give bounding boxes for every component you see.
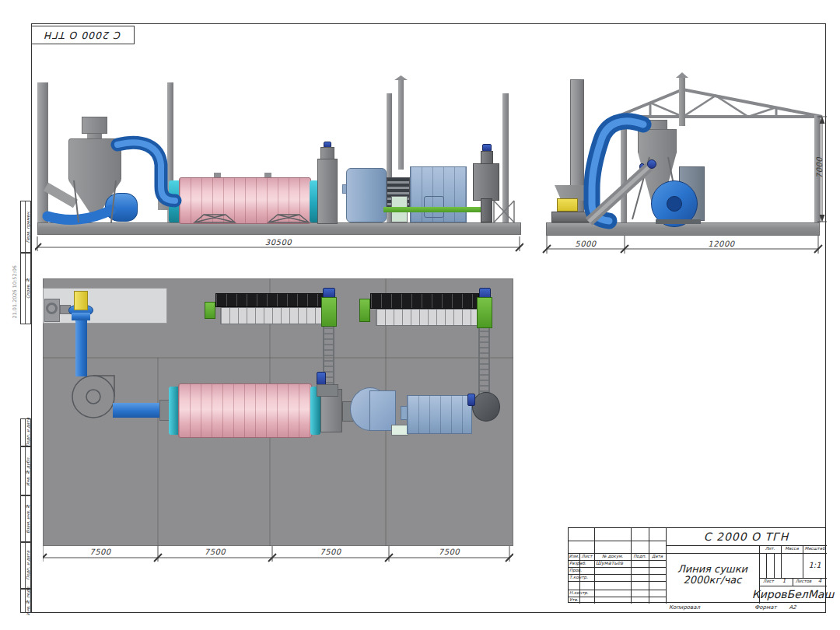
elevator-lower-cylinder <box>481 198 492 222</box>
margin-box-podp-data-1: Подп. и дата <box>20 418 31 446</box>
elevation-view: 30500 <box>35 70 523 258</box>
tb-listov-label: Листов <box>793 578 814 586</box>
furnace-tab <box>401 406 408 420</box>
return-duct-vertical <box>75 320 87 376</box>
tb-listov-value: 4 <box>814 578 826 586</box>
tb-rule <box>569 581 666 582</box>
tb-col-data: Дата <box>649 553 666 560</box>
plan-view <box>43 278 513 546</box>
tb-rule <box>774 553 775 578</box>
conveyor-b-head-box <box>477 297 492 328</box>
margin-label: Инв. № дубл. <box>26 457 30 486</box>
margin-label: Справ. № <box>26 278 30 299</box>
dim-label-7500-3: 7500 <box>272 548 389 556</box>
column-post <box>502 93 509 222</box>
dim-label-5000: 5000 <box>548 240 623 248</box>
kopiroval-label: Копировал <box>630 604 739 613</box>
heat-generator-plan <box>407 395 472 434</box>
building-column-left <box>621 115 627 222</box>
cyclone-airlock-fan <box>105 193 138 222</box>
column-post <box>37 82 48 222</box>
elevator-head-box <box>473 163 499 201</box>
rotary-drum-plan <box>178 383 312 438</box>
tb-row-razrab: Разраб. <box>569 560 594 567</box>
dim-label-7000: 7000 <box>815 151 824 185</box>
margin-label: Подп. и дата <box>26 418 30 446</box>
margin-box-podp-data-2: Подп. и дата <box>20 542 31 589</box>
margin-box-vzam-inv: Взам. инв. № <box>20 495 31 542</box>
discharge-head <box>317 159 338 224</box>
conveyor-a-head-box <box>321 297 337 327</box>
tb-massa-label: Масса <box>781 545 803 553</box>
tb-col-list: Лист <box>579 553 594 560</box>
conveyor-a-cover <box>215 293 329 307</box>
cyclone-valve <box>639 163 645 170</box>
tb-designation: С 2000 О ТГН <box>666 528 827 545</box>
duct-flange-square <box>72 313 90 320</box>
margin-label: Перв. примен. <box>26 211 30 243</box>
tb-rule <box>569 541 666 541</box>
margin-box-sprav-no: Справ. № <box>20 253 31 324</box>
margin-box-inv-dubl: Инв. № дубл. <box>20 446 31 495</box>
dim-label-30500: 30500 <box>37 238 520 247</box>
fan-base <box>656 219 701 224</box>
feeder-base <box>551 212 595 222</box>
cyclone-body <box>638 129 677 153</box>
tb-col-izm: Изм. <box>569 553 579 560</box>
dim-label-7500-2: 7500 <box>158 548 272 556</box>
fan-top-ring <box>46 303 58 314</box>
format-label: Формат <box>748 604 783 613</box>
tb-lit-label: Лит. <box>759 545 781 553</box>
feeder-yellow-box <box>557 198 578 212</box>
end-view: 7000 5000 12000 <box>541 72 830 260</box>
chimney-cap <box>394 75 408 80</box>
conveyor-a-trough <box>220 307 329 324</box>
rotary-drum <box>179 177 311 224</box>
cabinet-plan <box>391 425 408 436</box>
exhaust-fan-motor <box>467 394 475 406</box>
small-chimney-cap <box>676 72 688 78</box>
tb-company: КировБелМаш <box>759 586 827 604</box>
tb-masshtab-label: Масштаб <box>803 545 827 553</box>
margin-box-perv-primen: Перв. примен. <box>20 201 31 253</box>
dim-label-7500-4: 7500 <box>389 548 509 556</box>
tb-list-label: Лист <box>760 578 777 586</box>
conveyor-b-tail-drive <box>359 299 370 322</box>
conveyor-drive-motor <box>647 159 656 169</box>
tb-row-utv: Утв. <box>569 597 594 604</box>
plot-date-text: 21.01.2026 10:52:06 <box>12 265 18 318</box>
title-block: С 2000 О ТГН Изм. Лист № докум. Подп. Да… <box>568 527 826 603</box>
tb-razrab-name: Шуматьев <box>594 560 632 567</box>
cyclone-top-box <box>82 117 107 134</box>
tb-doc-title-line1: Линия сушки <box>677 564 747 575</box>
tb-rule <box>766 553 767 578</box>
tb-col-ndokum: № докум. <box>594 553 631 560</box>
dim-label-7500-1: 7500 <box>43 548 158 556</box>
conveyor-strip <box>383 207 486 212</box>
margin-box-inv-podl: Инв. № подл. <box>20 589 31 613</box>
cyclone-outlet-top <box>74 291 88 310</box>
tb-doc-title-line2: 2000кг/час <box>684 575 742 586</box>
inverted-stamp-text: С 2000 О ТГН <box>44 30 121 41</box>
exhaust-fan-plan <box>472 392 500 422</box>
fan-housing-cylinder <box>346 168 387 222</box>
margin-label: Подп. и дата <box>26 551 30 579</box>
discharge-motor <box>320 147 334 159</box>
drawing-sheet: С 2000 О ТГН Перв. примен. Справ. № Подп… <box>0 0 840 630</box>
cyclone-body <box>68 138 121 181</box>
dim-label-12000: 12000 <box>626 240 817 248</box>
tb-scale-value: 1:1 <box>803 553 827 578</box>
conveyor-a-tail-drive <box>205 302 215 319</box>
tb-row-tkontr: Т.контр. <box>569 574 594 581</box>
tb-row-nkontr: Н.контр. <box>569 590 594 597</box>
ladder-a-foot <box>317 384 338 397</box>
margin-label: Взам. инв. № <box>26 504 30 534</box>
base-frame <box>37 222 521 235</box>
tb-row-prov: Пров. <box>569 567 594 574</box>
small-chimney <box>679 78 685 126</box>
conveyor-b-cover <box>370 293 479 309</box>
tb-doc-title: Линия сушки 2000кг/час <box>666 545 759 604</box>
format-value: А2 <box>784 604 801 613</box>
chimney <box>398 79 404 170</box>
tb-list-value: 1 <box>777 578 791 586</box>
